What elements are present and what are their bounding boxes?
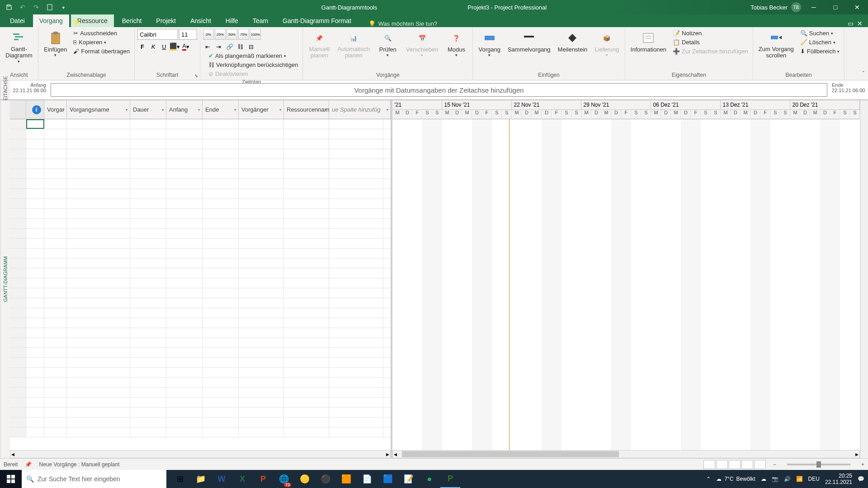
font-color-button[interactable]: A▾ — [181, 42, 191, 52]
close-button[interactable]: ✕ — [848, 1, 866, 14]
tray-chevron-icon[interactable]: ⌃ — [706, 476, 711, 482]
fill-color-button[interactable]: ⬛▾ — [170, 42, 180, 52]
notes-button[interactable]: 📝Notizen — [671, 29, 750, 38]
clear-button[interactable]: 🧹Löschen ▾ — [798, 38, 842, 47]
spotify-icon[interactable]: ● — [420, 470, 439, 488]
zoom-out-button[interactable]: − — [773, 461, 776, 468]
table-row[interactable] — [10, 308, 391, 318]
font-dialog-launcher-icon[interactable]: ⬊ — [194, 73, 198, 78]
mark-on-track-button[interactable]: ✔Als plangemäß markieren ▾ — [207, 52, 300, 60]
details-button[interactable]: 📋Details — [671, 38, 750, 47]
pct-25-button[interactable]: 25% — [215, 29, 226, 40]
table-row[interactable] — [10, 338, 391, 348]
table-row[interactable] — [10, 388, 391, 398]
table-row[interactable] — [10, 119, 391, 129]
edge-icon[interactable]: 🌐73 — [274, 470, 294, 488]
chrome-icon[interactable]: 🟡 — [295, 470, 315, 488]
tab-file[interactable]: Datei — [4, 14, 31, 27]
view-gantt-icon[interactable] — [703, 460, 715, 469]
table-row[interactable] — [10, 398, 391, 408]
add-to-timeline-button[interactable]: ➕Zur Zeitachse hinzufügen — [671, 47, 750, 56]
user-name[interactable]: Tobias Becker — [750, 4, 788, 11]
col-finish[interactable]: Ende▾ — [203, 100, 239, 119]
table-row[interactable] — [10, 229, 391, 239]
col-mode[interactable]: Vorgar▾ — [44, 100, 67, 119]
view-report-icon[interactable] — [754, 460, 766, 469]
word-icon[interactable]: W — [212, 470, 231, 488]
tab-format[interactable]: Gantt-Diagramm Format — [276, 14, 358, 27]
auto-schedule-button[interactable]: 📊Automatisch planen — [335, 29, 373, 61]
inactivate-button[interactable]: ⊘Deaktivieren — [207, 70, 300, 78]
col-name[interactable]: Vorgangsname▾ — [67, 100, 130, 119]
vscroll[interactable] — [860, 100, 868, 458]
start-button[interactable] — [0, 470, 22, 488]
col-pred[interactable]: Vorgänger▾ — [239, 100, 284, 119]
zoom-slider[interactable] — [787, 464, 850, 465]
paste-button[interactable]: Einfügen ▾ — [41, 29, 70, 59]
app-icon[interactable]: 🟧 — [336, 470, 356, 488]
info-column-header[interactable]: i — [26, 100, 44, 119]
respect-links-button[interactable]: ⛓Verknüpfungen berücksichtigen — [207, 61, 300, 69]
table-row[interactable] — [10, 288, 391, 298]
grid-hscroll[interactable]: ◂▸ — [10, 450, 391, 458]
underline-button[interactable]: U — [159, 42, 169, 52]
outdent-button[interactable]: ⇤ — [203, 42, 213, 52]
col-start[interactable]: Anfang▾ — [166, 100, 203, 119]
cut-button[interactable]: ✂Ausschneiden — [71, 29, 132, 38]
tell-me-input[interactable]: Was möchten Sie tun? — [378, 20, 437, 27]
project-icon[interactable]: P — [440, 470, 460, 488]
link-button[interactable]: 🔗 — [225, 42, 235, 52]
table-row[interactable] — [10, 368, 391, 378]
grid-body[interactable] — [10, 119, 391, 450]
table-row[interactable] — [10, 129, 391, 139]
table-row[interactable] — [10, 318, 391, 328]
insert-task-button[interactable]: Vorgang▾ — [476, 29, 503, 59]
undo-icon[interactable]: ↶ — [17, 2, 28, 13]
meet-now-icon[interactable]: 📷 — [772, 476, 778, 482]
insert-summary-button[interactable]: Sammelvorgang — [505, 29, 553, 55]
view-sheet-icon[interactable] — [741, 460, 753, 469]
redo-icon[interactable]: ↷ — [31, 2, 42, 13]
tab-help[interactable]: Hilfe — [219, 14, 245, 27]
zoom-in-button[interactable]: + — [861, 461, 864, 468]
view-vertical-label[interactable]: GANTT-DIAGRAMM — [0, 100, 10, 458]
table-row[interactable] — [10, 239, 391, 249]
ribbon-display-options-icon[interactable]: ▭ — [848, 20, 854, 27]
timeline-track[interactable]: Vorgänge mit Datumsangaben der Zeitachse… — [51, 83, 827, 97]
excel-icon[interactable]: X — [232, 470, 252, 488]
powerpoint-icon[interactable]: P — [253, 470, 273, 488]
inspect-button[interactable]: 🔍Prüfen▾ — [374, 29, 401, 59]
language-indicator[interactable]: DEU — [808, 476, 820, 482]
table-row[interactable] — [10, 149, 391, 159]
select-all-corner[interactable] — [10, 100, 26, 119]
view-team-icon[interactable] — [729, 460, 741, 469]
bold-button[interactable]: F — [137, 42, 147, 52]
table-row[interactable] — [10, 348, 391, 358]
table-row[interactable] — [10, 199, 391, 209]
table-row[interactable] — [10, 408, 391, 418]
insert-deliverable-button[interactable]: 📦Lieferung▾ — [592, 29, 622, 59]
save-icon[interactable] — [4, 2, 14, 13]
copy-button[interactable]: ⎘Kopieren ▾ — [71, 38, 132, 47]
table-row[interactable] — [10, 219, 391, 229]
table-row[interactable] — [10, 209, 391, 219]
view-usage-icon[interactable] — [716, 460, 728, 469]
clock[interactable]: 20:25 22.11.2021 — [825, 473, 852, 486]
table-row[interactable] — [10, 189, 391, 199]
taskview-icon[interactable]: ⊞ — [170, 470, 190, 488]
table-row[interactable] — [10, 298, 391, 308]
pct-0-button[interactable]: 0% — [203, 29, 214, 40]
tab-team[interactable]: Team — [246, 14, 274, 27]
volume-icon[interactable]: 🔊 — [784, 476, 791, 482]
gantt-body[interactable] — [392, 119, 860, 450]
tab-resource[interactable]: Ressource — [71, 14, 114, 27]
minimize-button[interactable]: ─ — [805, 1, 823, 14]
timescale-header[interactable]: '2115 Nov '2122 Nov '2129 Nov '2106 Dez … — [392, 100, 860, 119]
fill-button[interactable]: ⬇Füllbereich ▾ — [798, 47, 842, 56]
explorer-icon[interactable]: 📁 — [191, 470, 211, 488]
table-row[interactable] — [10, 159, 391, 169]
indent-button[interactable]: ⇥ — [214, 42, 224, 52]
pct-50-button[interactable]: 50% — [226, 29, 237, 40]
font-size-select[interactable] — [179, 29, 197, 40]
pct-100-button[interactable]: 100% — [250, 29, 261, 40]
